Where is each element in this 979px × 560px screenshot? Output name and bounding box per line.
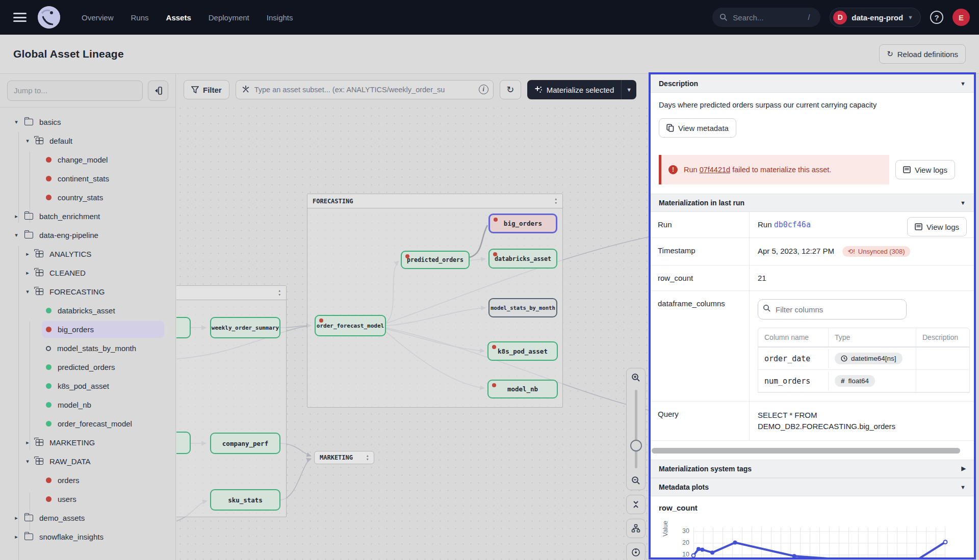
chevron-right-icon[interactable]: ▸ [13,515,19,521]
top-nav: Overview Runs Assets Deployment Insights… [0,0,979,35]
asset-node-sku-stats[interactable]: sku_stats [210,489,280,511]
asset-node-databricks-asset[interactable]: databricks_asset [488,249,557,269]
sidebar-item-k8s-pod-asset[interactable]: k8s_pod_asset [0,377,175,395]
jump-to-input[interactable] [7,81,143,101]
asset-node-model-nb[interactable]: model_nb [487,380,558,398]
failed-run-link[interactable]: 07f4421d [700,166,730,174]
sidebar-item-country-stats[interactable]: country_stats [0,188,175,207]
view-logs-button[interactable]: View logs [907,217,967,236]
asset-node-k8s-pod-asset[interactable]: k8s_pod_asset [487,341,558,361]
sidebar-item-default[interactable]: ▾default [0,131,175,150]
chevron-right-icon[interactable]: ▸ [24,270,31,276]
sidebar-item-orders[interactable]: orders [0,471,175,490]
help-icon[interactable]: ? [930,11,943,24]
materialization-section-header[interactable]: Materialization in last run ▼ [651,194,974,212]
asset-node-model-stats-by-month[interactable]: model_stats_by_month [488,298,557,317]
asset-node-big-orders[interactable]: big_orders [488,214,557,233]
sidebar-item-model-nb[interactable]: model_nb [0,395,175,414]
materialize-options-caret[interactable]: ▼ [621,80,636,99]
sidebar-item-raw-data[interactable]: ▾RAW_DATA [0,452,175,471]
sidebar-item-batch-enrichment[interactable]: ▸batch_enrichment [0,207,175,226]
chevron-right-icon[interactable]: ▸ [13,213,19,220]
search-input[interactable]: Search... / [712,8,820,27]
chevron-right-icon[interactable]: ▸ [24,251,31,257]
collapse-sidebar-button[interactable] [148,81,168,101]
zoom-in-button[interactable] [626,368,646,387]
view-metadata-button[interactable]: View metadata [659,118,736,138]
asset-node-company-perf[interactable]: company_perf [210,433,280,454]
nav-assets[interactable]: Assets [166,13,191,22]
expand-group-icon[interactable]: ▴▾ [366,454,369,461]
sidebar-item-snowflake-insights[interactable]: ▸snowflake_insights [0,527,175,546]
dagster-logo[interactable] [38,6,60,29]
view-logs-button[interactable]: View logs [895,160,955,179]
timestamp-row: Timestamp Apr 5, 2023, 12:27 PM ⟲!Unsync… [651,238,974,265]
sidebar-item-predicted-orders[interactable]: predicted_orders [0,358,175,377]
sidebar-item-users[interactable]: users [0,490,175,509]
horizontal-scrollbar[interactable] [652,448,960,454]
failed-status-dot [46,477,51,483]
hamburger-menu-icon[interactable] [13,13,27,22]
collapse-group-icon[interactable]: ▴▾ [278,289,281,296]
materialize-selected-button[interactable]: Materialize selected ▼ [527,80,637,99]
graph-layout-button[interactable] [626,519,646,538]
chevron-down-icon[interactable]: ▾ [13,119,19,125]
chevron-right-icon[interactable]: ▸ [13,534,19,540]
nav-insights[interactable]: Insights [267,13,293,22]
filter-button[interactable]: Filter [184,80,229,99]
chevron-down-icon[interactable]: ▾ [24,288,31,295]
avatar[interactable]: E [952,9,970,26]
sidebar-item-forecasting[interactable]: ▾FORECASTING [0,282,175,301]
sidebar-item-cleaned[interactable]: ▸CLEANED [0,263,175,282]
metadata-plots-section-header[interactable]: Metadata plots ▼ [651,478,974,496]
lineage-canvas[interactable]: ▴▾ FORECASTING ▴▾ weekly_order_summary o… [176,74,649,560]
sidebar-item-marketing[interactable]: ▸MARKETING [0,433,175,452]
logs-icon [915,223,922,230]
sidebar-item-analytics[interactable]: ▸ANALYTICS [0,245,175,263]
chevron-down-icon[interactable]: ▾ [24,138,31,144]
forecasting-group-header[interactable]: FORECASTING ▴▾ [307,194,562,208]
failed-status-dot [46,327,51,332]
sidebar-item-data-eng-pipeline[interactable]: ▾data-eng-pipeline [0,226,175,245]
zoom-out-button[interactable] [626,471,646,490]
zoom-slider-handle[interactable] [630,440,642,451]
system-tags-section-header[interactable]: Materialization system tags ▶ [651,460,974,478]
zoom-out-icon [631,476,640,485]
center-view-button[interactable] [626,543,646,560]
chevron-down-icon[interactable]: ▾ [13,232,19,238]
sidebar-item-big-orders[interactable]: big_orders [0,320,175,339]
asset-group-icon [36,439,43,446]
asset-node-weekly-order-summary[interactable]: weekly_order_summary [210,317,280,338]
nav-overview[interactable]: Overview [82,13,114,22]
collapse-group-icon[interactable]: ▴▾ [555,197,557,204]
chevron-down-icon[interactable]: ▾ [24,458,31,465]
sidebar-item-continent-stats[interactable]: continent_stats [0,169,175,188]
asset-node-clipped[interactable] [176,317,191,338]
sidebar-item-databricks-asset[interactable]: databricks_asset [0,301,175,320]
deployment-badge: D [833,11,847,24]
asset-group-header[interactable]: ▴▾ [176,286,286,300]
asset-node-clipped[interactable] [176,432,191,454]
info-icon[interactable]: i [479,85,488,94]
zoom-slider[interactable] [626,387,646,471]
filter-columns-input[interactable] [758,299,907,319]
sidebar-item-basics[interactable]: ▾basics [0,113,175,131]
collapse-all-groups-button[interactable] [626,495,646,514]
sidebar-item-order-forecast-model[interactable]: order_forecast_model [0,414,175,433]
asset-node-predicted-orders[interactable]: predicted_orders [401,251,470,269]
nav-runs[interactable]: Runs [131,13,149,22]
nav-deployment[interactable]: Deployment [209,13,249,22]
sidebar-item-change-model[interactable]: change_model [0,150,175,169]
deployment-switcher[interactable]: D data-eng-prod ▼ [830,8,921,27]
unsynced-badge[interactable]: ⟲!Unsynced (308) [842,246,910,257]
asset-node-order-forecast-model[interactable]: order_forecast_model [315,315,386,336]
chevron-right-icon[interactable]: ▸ [24,439,31,446]
refresh-graph-button[interactable]: ↻ [500,80,521,99]
sidebar-item-demo-assets[interactable]: ▸demo_assets [0,509,175,527]
run-id-link[interactable]: db0cf46a [774,220,811,229]
asset-subset-input[interactable] [236,80,494,99]
reload-definitions-button[interactable]: ↻ Reload definitions [879,44,966,64]
marketing-group-collapsed[interactable]: MARKETING ▴▾ [314,451,374,464]
description-section-header[interactable]: Description ▼ [651,74,974,93]
sidebar-item-model-stats-by-month[interactable]: model_stats_by_month [0,339,175,358]
